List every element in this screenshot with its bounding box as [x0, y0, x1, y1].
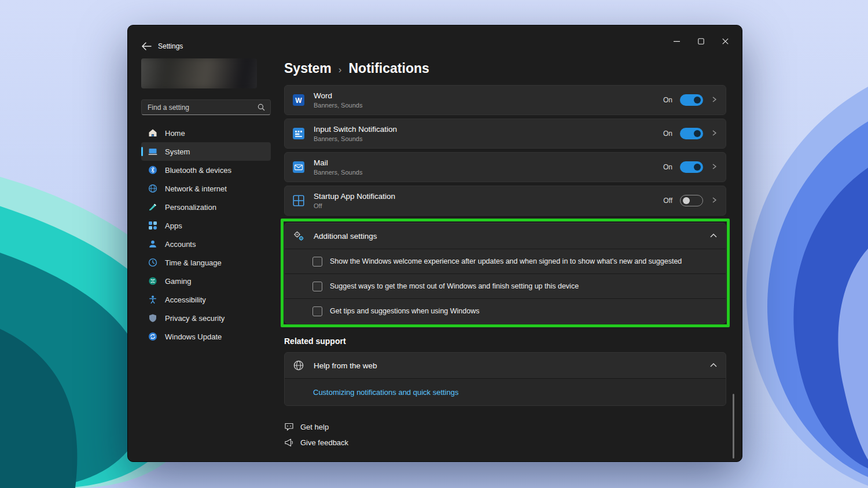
welcome-experience-option: Show the Windows welcome experience afte…: [285, 249, 726, 273]
toggle-knob: [694, 97, 701, 103]
bluetooth-icon: [148, 165, 157, 175]
toggle-knob: [683, 197, 690, 204]
window-title: Settings: [158, 42, 183, 50]
sidebar-item-label: Windows Update: [165, 332, 222, 341]
option-label: Show the Windows welcome experience afte…: [330, 257, 682, 265]
chevron-up-icon[interactable]: [709, 232, 718, 239]
sidebar-item-privacy[interactable]: Privacy & security: [141, 309, 271, 327]
customizing-notifications-link[interactable]: Customizing notifications and quick sett…: [313, 388, 458, 397]
sidebar-item-system[interactable]: System: [141, 142, 271, 161]
notification-card-mail[interactable]: Mail Banners, Sounds On: [284, 152, 726, 182]
sidebar-item-personalization[interactable]: Personalization: [141, 198, 271, 216]
toggle-state-label: On: [663, 130, 672, 138]
help-from-web-card: Help from the web Customizing notificati…: [284, 352, 726, 406]
sidebar-item-accessibility[interactable]: Accessibility: [141, 290, 271, 309]
suggest-ways-option: Suggest ways to get the most out of Wind…: [285, 273, 726, 298]
app-detail: Off: [314, 202, 395, 209]
user-profile[interactable]: [141, 58, 257, 88]
sidebar-item-network[interactable]: Network & internet: [141, 179, 271, 198]
gaming-xbox-icon: [148, 276, 157, 286]
app-name: Mail: [314, 158, 362, 167]
search-icon: [258, 103, 265, 111]
sidebar-item-apps[interactable]: Apps: [141, 216, 271, 235]
additional-settings-header[interactable]: Additional settings: [285, 223, 726, 249]
search-input[interactable]: [142, 103, 258, 112]
sidebar-item-home[interactable]: Home: [141, 124, 271, 142]
sidebar-item-label: Time & language: [165, 258, 222, 267]
close-button[interactable]: [713, 32, 737, 50]
minimize-button[interactable]: [664, 32, 689, 50]
get-help-link[interactable]: Get help: [284, 422, 329, 432]
app-name: Input Switch Notification: [314, 125, 397, 134]
chevron-right-icon: [711, 95, 718, 105]
tips-suggestions-checkbox[interactable]: [312, 306, 322, 316]
notification-toggle[interactable]: [680, 94, 703, 106]
sidebar-item-gaming[interactable]: Gaming: [141, 272, 271, 290]
sidebar-item-time-language[interactable]: Time & language: [141, 253, 271, 272]
breadcrumb-system[interactable]: System: [284, 61, 332, 76]
sidebar-item-label: Personalization: [165, 203, 216, 212]
option-label: Get tips and suggestions when using Wind…: [330, 307, 479, 315]
give-feedback-link[interactable]: Give feedback: [284, 438, 348, 448]
get-help-label: Get help: [300, 423, 329, 431]
give-feedback-label: Give feedback: [300, 438, 348, 447]
system-icon: [148, 147, 157, 156]
sidebar-item-label: System: [165, 147, 190, 156]
chevron-right-icon: [711, 162, 718, 172]
sidebar-item-label: Apps: [165, 221, 182, 230]
sidebar-item-accounts[interactable]: Accounts: [141, 235, 271, 253]
window-controls: [664, 32, 737, 50]
home-icon: [148, 128, 157, 138]
search-box: [141, 99, 271, 115]
personalization-brush-icon: [148, 202, 157, 212]
get-help-icon: [284, 422, 294, 432]
chevron-up-icon[interactable]: [709, 362, 718, 369]
help-from-web-body: Customizing notifications and quick sett…: [285, 378, 726, 405]
settings-window: Settings Home System: [127, 25, 742, 462]
apps-grid-icon: [148, 221, 157, 230]
word-app-icon: W: [293, 94, 304, 106]
accounts-person-icon: [148, 239, 157, 249]
sidebar-item-label: Gaming: [165, 277, 192, 286]
notification-toggle[interactable]: [680, 161, 703, 173]
notification-card-startup-app[interactable]: Startup App Notification Off Off: [284, 186, 726, 216]
network-globe-icon: [148, 184, 157, 193]
user-profile-blurred-image: [141, 58, 257, 88]
page-title: Notifications: [349, 61, 429, 76]
welcome-experience-checkbox[interactable]: [312, 257, 322, 267]
app-name: Startup App Notification: [314, 192, 395, 201]
notification-card-input-switch[interactable]: Input Switch Notification Banners, Sound…: [284, 119, 726, 149]
help-from-web-header[interactable]: Help from the web: [285, 353, 726, 378]
scrollbar-thumb[interactable]: [733, 394, 734, 459]
notification-card-word[interactable]: W Word Banners, Sounds On: [284, 85, 726, 115]
sidebar-item-label: Privacy & security: [165, 314, 225, 323]
clock-icon: [148, 258, 157, 267]
input-switch-app-icon: [293, 128, 304, 139]
notification-toggle[interactable]: [680, 195, 703, 206]
back-button[interactable]: [141, 41, 152, 51]
startup-app-icon: [293, 195, 304, 206]
toggle-knob: [694, 164, 701, 171]
toggle-state-label: On: [663, 163, 672, 171]
suggest-ways-checkbox[interactable]: [312, 282, 322, 291]
svg-text:W: W: [295, 97, 302, 105]
app-detail: Banners, Sounds: [314, 102, 362, 109]
sidebar-item-label: Accounts: [165, 240, 196, 249]
maximize-button[interactable]: [689, 32, 713, 50]
windows-update-icon: [148, 332, 157, 341]
app-detail: Banners, Sounds: [314, 135, 397, 142]
chevron-right-icon: [711, 128, 718, 139]
privacy-shield-icon: [148, 313, 157, 323]
tips-suggestions-option: Get tips and suggestions when using Wind…: [285, 298, 726, 323]
additional-settings-card: Additional settings Show the Windows wel…: [284, 223, 726, 324]
sidebar-item-bluetooth[interactable]: Bluetooth & devices: [141, 161, 271, 179]
toggle-knob: [694, 130, 701, 137]
chevron-right-icon: [711, 195, 718, 206]
related-support-heading: Related support: [284, 337, 346, 346]
sidebar-item-windows-update[interactable]: Windows Update: [141, 327, 271, 346]
accessibility-person-icon: [148, 295, 157, 304]
sidebar-item-label: Home: [165, 129, 185, 138]
notification-app-list: W Word Banners, Sounds On Input Switch N…: [284, 85, 726, 219]
notification-toggle[interactable]: [680, 128, 703, 139]
sidebar-item-label: Accessibility: [165, 295, 206, 304]
